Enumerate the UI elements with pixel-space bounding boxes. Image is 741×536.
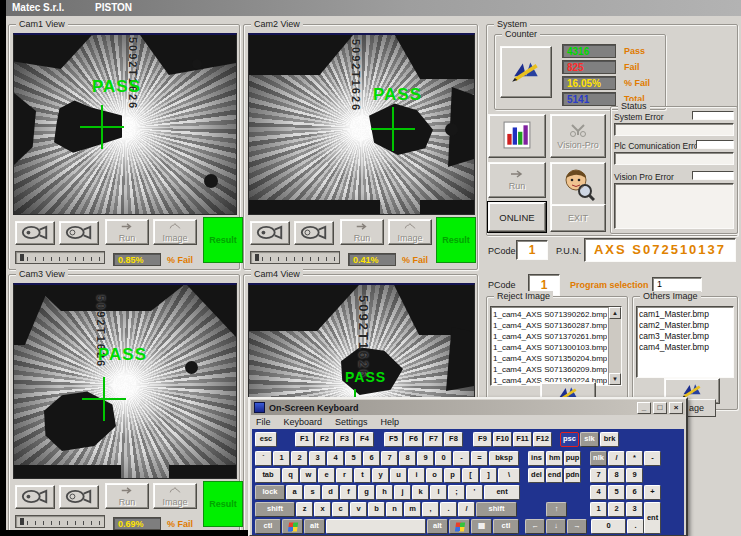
key-esc[interactable]: esc [255,432,277,447]
key-5[interactable]: 5 [608,485,625,500]
key-sym[interactable]: ↓ [546,519,566,534]
reject-image-item[interactable]: 1_cam4_AXS S071370261.bmp [493,331,607,342]
key-6[interactable]: 6 [363,451,380,466]
key-F2[interactable]: F2 [315,432,334,447]
keyboard-menu-item[interactable]: Help [381,415,400,429]
cam2-camera-button-2[interactable] [294,221,334,245]
key-2[interactable]: 2 [608,502,625,517]
key-F6[interactable]: F6 [404,432,423,447]
cam2-run-button[interactable]: Run [340,219,384,245]
key-q[interactable]: q [282,468,299,483]
keyboard-menu-item[interactable]: Keyboard [284,415,323,429]
inspector-button[interactable] [550,162,606,208]
key-g[interactable]: g [358,485,375,500]
cam2-threshold-slider[interactable] [250,251,340,264]
key-0[interactable]: 0 [435,451,452,466]
key-3[interactable]: 3 [626,502,643,517]
key-win[interactable] [449,519,470,534]
key-sym[interactable]: - [644,451,661,466]
key-x[interactable]: x [314,502,331,517]
cam1-camera-button-2[interactable] [59,221,99,245]
reject-list-scrollbar[interactable]: ▲ ▼ [608,307,621,385]
key-hm[interactable]: hm [546,451,563,466]
key-1[interactable]: 1 [590,502,607,517]
reject-image-item[interactable]: 1_cam4_AXS S071360209.bmp [493,364,607,375]
cam3-image-button[interactable]: Image [153,483,197,509]
key-nlk[interactable]: nlk [590,451,607,466]
key-3[interactable]: 3 [309,451,326,466]
key-sym[interactable]: ; [448,485,465,500]
key-sym[interactable]: . [627,519,644,534]
key-ctl[interactable]: ctl [493,519,519,534]
others-image-item[interactable]: cam4_Master.bmp [639,342,733,353]
key-s[interactable]: s [304,485,321,500]
key-pdn[interactable]: pdn [564,468,581,483]
key-2[interactable]: 2 [291,451,308,466]
key-sym[interactable]: ↑ [546,502,567,517]
key-tab[interactable]: tab [255,468,281,483]
key-sym[interactable]: + [644,485,661,500]
key-b[interactable]: b [368,502,385,517]
key-r[interactable]: r [336,468,353,483]
key-F8[interactable]: F8 [444,432,463,447]
key-F9[interactable]: F9 [473,432,492,447]
key-shift[interactable]: shift [255,502,295,517]
key-psc[interactable]: psc [560,432,579,447]
key-sym[interactable]: ` [255,451,272,466]
statistics-button[interactable] [488,114,546,158]
online-button[interactable]: ONLINE [488,202,546,232]
reject-image-list[interactable]: 1_cam4_AXS S071390262.bmp1_cam4_AXS S071… [490,306,622,386]
key-9[interactable]: 9 [626,468,643,483]
key-7[interactable]: 7 [381,451,398,466]
reject-image-item[interactable]: 1_cam4_AXS S071350204.bmp [493,353,607,364]
key-v[interactable]: v [350,502,367,517]
scroll-up-button[interactable]: ▲ [609,307,621,319]
cam3-camera-button-2[interactable] [59,485,99,509]
key-F4[interactable]: F4 [355,432,374,447]
key-7[interactable]: 7 [590,468,607,483]
key-e[interactable]: e [318,468,335,483]
key-F3[interactable]: F3 [335,432,354,447]
cam1-camera-button-1[interactable] [15,221,55,245]
system-run-button[interactable]: Run [488,162,546,198]
key-u[interactable]: u [390,468,407,483]
key-f[interactable]: f [340,485,357,500]
scroll-down-button[interactable]: ▼ [609,373,621,385]
minimize-button[interactable]: _ [637,402,651,414]
key-sym[interactable]: , [422,502,439,517]
key-shift[interactable]: shift [476,502,517,517]
key-ent[interactable]: ent [484,485,520,500]
key-end[interactable]: end [546,468,563,483]
cam2-camera-button-1[interactable] [250,221,290,245]
cam3-threshold-slider[interactable] [15,515,105,528]
key-F11[interactable]: F11 [513,432,532,447]
reject-image-item[interactable]: 1_cam4_AXS S071300103.bmp [493,342,607,353]
key-bksp[interactable]: bksp [489,451,519,466]
key-slk[interactable]: slk [580,432,599,447]
cam1-run-button[interactable]: Run [105,219,149,245]
key-F5[interactable]: F5 [384,432,403,447]
key-ins[interactable]: ins [528,451,545,466]
cam3-camera-button-1[interactable] [15,485,55,509]
key-alt[interactable]: alt [304,519,325,534]
key-sym[interactable]: [ [462,468,479,483]
covered-button-fragment[interactable]: age [686,399,716,417]
key-sym[interactable]: / [608,451,625,466]
key-ent[interactable]: ent [644,502,661,534]
key-m[interactable]: m [404,502,421,517]
key-sym[interactable]: ] [480,468,497,483]
key-z[interactable]: z [296,502,313,517]
counter-reset-button[interactable] [500,46,552,98]
key-d[interactable]: d [322,485,339,500]
key-sym[interactable]: → [567,519,587,534]
key-F1[interactable]: F1 [295,432,314,447]
key-8[interactable]: 8 [399,451,416,466]
cam1-image-button[interactable]: Image [153,219,197,245]
key-6[interactable]: 6 [626,485,643,500]
key-5[interactable]: 5 [345,451,362,466]
keyboard-titlebar[interactable]: On-Screen Keyboard _ □ × [251,400,685,415]
key-win[interactable] [282,519,303,534]
key-t[interactable]: t [354,468,371,483]
key-8[interactable]: 8 [608,468,625,483]
key-c[interactable]: c [332,502,349,517]
